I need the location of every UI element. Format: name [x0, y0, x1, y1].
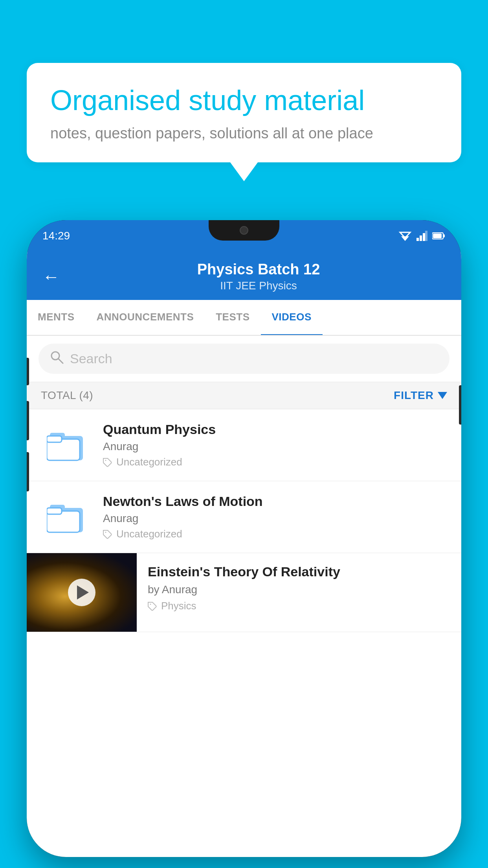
speech-bubble: Organised study material notes, question… — [27, 63, 461, 162]
signal-icon — [416, 231, 427, 241]
search-container: Search — [27, 336, 461, 382]
item-thumbnail — [41, 425, 92, 465]
svg-point-21 — [150, 603, 151, 605]
list-item[interactable]: Quantum Physics Anurag Uncategorized — [27, 409, 461, 481]
svg-rect-7 — [443, 234, 445, 237]
item-tag: Uncategorized — [103, 528, 447, 540]
tab-tests[interactable]: TESTS — [205, 300, 261, 336]
svg-rect-14 — [47, 436, 62, 442]
item-title: Einstein's Theory Of Relativity — [148, 564, 450, 579]
video-thumbnail — [27, 553, 137, 632]
search-bar[interactable]: Search — [39, 344, 449, 374]
volume-down-button — [27, 401, 29, 440]
phone-frame: 14:29 — [27, 220, 461, 857]
svg-rect-5 — [425, 231, 427, 241]
svg-point-15 — [105, 460, 106, 461]
item-tag-label: Uncategorized — [116, 456, 182, 468]
svg-rect-3 — [420, 235, 422, 241]
svg-line-10 — [59, 359, 63, 363]
speech-bubble-title: Organised study material — [50, 83, 438, 117]
folder-icon — [47, 427, 86, 463]
folder-icon — [47, 499, 86, 535]
search-placeholder: Search — [70, 351, 112, 366]
volume-up-button — [27, 358, 29, 385]
item-info: Quantum Physics Anurag Uncategorized — [103, 422, 447, 468]
power-button — [459, 385, 461, 425]
header-title-area: Physics Batch 12 IIT JEE Physics — [72, 261, 446, 292]
item-tag-label: Uncategorized — [116, 528, 182, 540]
item-title: Quantum Physics — [103, 422, 447, 437]
batch-title: Physics Batch 12 — [72, 261, 446, 278]
tag-icon — [148, 601, 157, 611]
tab-videos[interactable]: VIDEOS — [261, 300, 323, 336]
wifi-icon — [398, 231, 412, 241]
svg-rect-8 — [433, 234, 442, 238]
svg-point-20 — [105, 531, 106, 533]
item-tag: Uncategorized — [103, 456, 447, 468]
battery-icon — [432, 232, 446, 240]
filter-button[interactable]: FILTER — [394, 389, 447, 402]
back-button[interactable]: ← — [42, 267, 60, 287]
tag-icon — [103, 458, 112, 467]
silent-button — [27, 452, 29, 491]
notch — [209, 220, 279, 241]
filter-icon — [438, 392, 447, 399]
item-title: Newton's Laws of Motion — [103, 494, 447, 509]
play-icon — [77, 585, 89, 600]
item-tag: Physics — [148, 600, 450, 612]
list-item[interactable]: Newton's Laws of Motion Anurag Uncategor… — [27, 481, 461, 553]
list-item[interactable]: Einstein's Theory Of Relativity by Anura… — [27, 553, 461, 632]
batch-subtitle: IIT JEE Physics — [72, 280, 446, 292]
item-author: by Anurag — [148, 583, 450, 596]
status-time: 14:29 — [42, 230, 70, 242]
svg-rect-4 — [423, 233, 425, 241]
search-icon — [50, 350, 64, 368]
tab-ments[interactable]: MENTS — [27, 300, 86, 336]
speech-bubble-subtitle: notes, question papers, solutions all at… — [50, 125, 438, 142]
filter-bar: TOTAL (4) FILTER — [27, 382, 461, 409]
item-thumbnail — [41, 497, 92, 537]
app-header: ← Physics Batch 12 IIT JEE Physics — [27, 252, 461, 300]
status-bar: 14:29 — [27, 220, 461, 252]
total-count: TOTAL (4) — [41, 389, 93, 402]
play-button[interactable] — [68, 579, 95, 606]
status-icons — [398, 231, 446, 241]
item-author: Anurag — [103, 440, 447, 453]
svg-rect-2 — [416, 238, 419, 241]
svg-rect-19 — [47, 508, 62, 514]
video-list: Quantum Physics Anurag Uncategorized — [27, 409, 461, 632]
svg-marker-1 — [400, 232, 410, 238]
filter-label: FILTER — [394, 389, 434, 402]
item-info: Einstein's Theory Of Relativity by Anura… — [137, 553, 461, 623]
tabs-container: MENTS ANNOUNCEMENTS TESTS VIDEOS — [27, 300, 461, 336]
item-info: Newton's Laws of Motion Anurag Uncategor… — [103, 494, 447, 540]
item-author: Anurag — [103, 512, 447, 525]
front-camera — [240, 226, 248, 235]
phone-screen: ← Physics Batch 12 IIT JEE Physics MENTS… — [27, 252, 461, 857]
item-tag-label: Physics — [161, 600, 196, 612]
tag-icon — [103, 530, 112, 539]
tab-announcements[interactable]: ANNOUNCEMENTS — [86, 300, 205, 336]
